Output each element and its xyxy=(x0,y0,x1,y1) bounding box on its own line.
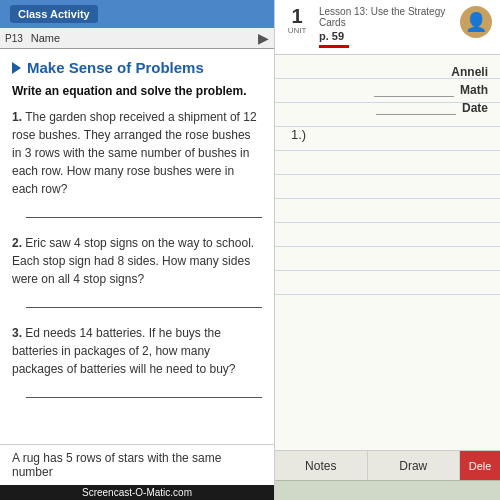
draw-tab[interactable]: Draw xyxy=(368,451,461,480)
right-panel: 1 UNIT Lesson 13: Use the Strategy Cards… xyxy=(275,0,500,500)
answer-line-3 xyxy=(26,384,262,398)
writing-area: Anneli Math Date 1.) xyxy=(275,55,500,450)
problem-2-number: 2. xyxy=(12,236,22,250)
problem-2: 2. Eric saw 4 stop signs on the way to s… xyxy=(12,234,262,308)
watermark: Screencast-O-Matic.com xyxy=(0,485,274,500)
problem-2-text: 2. Eric saw 4 stop signs on the way to s… xyxy=(12,234,262,288)
section-title: Make Sense of Problems xyxy=(12,59,262,76)
answer-line-2 xyxy=(26,294,262,308)
red-bar xyxy=(319,45,349,48)
top-bar: Class Activity xyxy=(0,0,274,28)
section-title-text: Make Sense of Problems xyxy=(27,59,204,76)
bottom-fade-text: A rug has 5 rows of stars with the same … xyxy=(0,444,274,485)
instruction-text: Write an equation and solve the problem. xyxy=(12,84,262,98)
draw-tab-label: Draw xyxy=(399,459,427,473)
answer-line-1 xyxy=(26,204,262,218)
unit-badge: 1 UNIT xyxy=(283,6,311,35)
unit-label: UNIT xyxy=(288,26,307,35)
right-bottom-bar: Notes Draw Dele xyxy=(275,450,500,480)
problem-1-body: The garden shop received a shipment of 1… xyxy=(12,110,257,196)
problem-1-text: 1. The garden shop received a shipment o… xyxy=(12,108,262,198)
page-number: p. 59 xyxy=(319,30,452,42)
avatar: 👤 xyxy=(460,6,492,38)
problem-3-body: Ed needs 14 batteries. If he buys the ba… xyxy=(12,326,235,376)
delete-label: Dele xyxy=(469,460,492,472)
problem-3-text: 3. Ed needs 14 batteries. If he buys the… xyxy=(12,324,262,378)
right-footer xyxy=(275,480,500,500)
left-panel: Class Activity P13 Name ▶ Make Sense of … xyxy=(0,0,275,500)
ruled-lines xyxy=(275,55,500,450)
unit-number: 1 xyxy=(291,6,302,26)
notes-tab-label: Notes xyxy=(305,459,336,473)
class-activity-badge[interactable]: Class Activity xyxy=(10,5,98,23)
delete-button[interactable]: Dele xyxy=(460,451,500,480)
triangle-icon xyxy=(12,62,21,74)
problem-3-number: 3. xyxy=(12,326,22,340)
notes-tab[interactable]: Notes xyxy=(275,451,368,480)
lesson-title: Lesson 13: Use the Strategy Cards xyxy=(319,6,452,28)
right-top-bar: 1 UNIT Lesson 13: Use the Strategy Cards… xyxy=(275,0,500,55)
name-label: Name xyxy=(31,32,258,44)
lesson-info: Lesson 13: Use the Strategy Cards p. 59 xyxy=(319,6,452,48)
nav-arrow[interactable]: ▶ xyxy=(258,30,269,46)
problem-3: 3. Ed needs 14 batteries. If he buys the… xyxy=(12,324,262,398)
name-bar: P13 Name ▶ xyxy=(0,28,274,49)
problem-2-body: Eric saw 4 stop signs on the way to scho… xyxy=(12,236,254,286)
tab-label: P13 xyxy=(5,33,23,44)
problem-1: 1. The garden shop received a shipment o… xyxy=(12,108,262,218)
left-content: Make Sense of Problems Write an equation… xyxy=(0,49,274,444)
problem-1-number: 1. xyxy=(12,110,22,124)
